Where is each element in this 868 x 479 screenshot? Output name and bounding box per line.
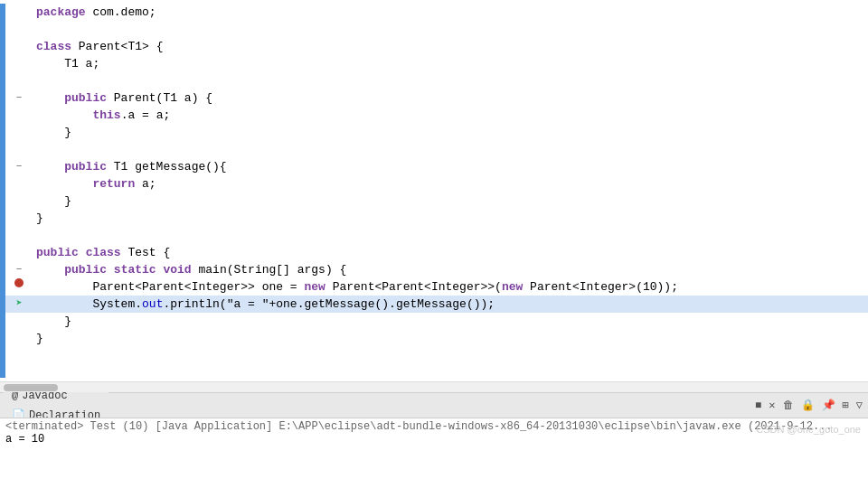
fold-icon[interactable]: −: [16, 89, 23, 107]
code-line: − public static void main(String[] args)…: [5, 261, 868, 278]
console-terminated-line: <terminated> Test (10) [Java Application…: [5, 420, 863, 433]
console-area: <terminated> Test (10) [Java Application…: [0, 418, 868, 479]
line-content: }: [33, 124, 868, 141]
line-content: }: [33, 193, 868, 210]
line-content: T1 a;: [33, 55, 868, 72]
line-content: }: [33, 210, 868, 227]
view-menu-icon[interactable]: ▽: [854, 397, 864, 414]
code-area[interactable]: package com.demo; class Parent<T1> { T1 …: [0, 0, 868, 381]
code-line: − public T1 getMessage(){: [5, 158, 868, 175]
console-output-line: a = 10: [5, 433, 863, 446]
code-editor: package com.demo; class Parent<T1> { T1 …: [0, 0, 868, 392]
code-line: }: [5, 193, 868, 210]
line-content: this.a = a;: [33, 107, 868, 124]
stop-icon[interactable]: ■: [753, 398, 763, 414]
new-console-icon[interactable]: ⊞: [841, 397, 851, 414]
fold-icon[interactable]: −: [16, 158, 23, 175]
line-gutter: −: [5, 89, 33, 107]
terminate-icon[interactable]: ✕: [767, 397, 777, 414]
line-content: public static void main(String[] args) {: [33, 261, 868, 278]
code-line: this.a = a;: [5, 107, 868, 124]
tab-right-icons: ■ ✕ 🗑 🔒 📌 ⊞ ▽: [753, 397, 864, 414]
code-line: }: [5, 313, 868, 330]
line-content: }: [33, 330, 868, 347]
execution-arrow-icon: ➤: [15, 296, 22, 313]
code-line: [5, 72, 868, 89]
line-content: package com.demo;: [33, 4, 868, 21]
code-line: Parent<Parent<Integer>> one = new Parent…: [5, 278, 868, 296]
code-line: }: [5, 124, 868, 141]
code-rows: package com.demo; class Parent<T1> { T1 …: [5, 4, 868, 378]
line-content: System.out.println("a = "+one.getMessage…: [33, 296, 868, 313]
watermark: CSDN @one_goto_one: [756, 424, 861, 435]
line-gutter: −: [5, 261, 33, 278]
line-content: return a;: [33, 175, 868, 193]
scroll-lock-icon[interactable]: 🔒: [799, 397, 816, 414]
code-line: package com.demo;: [5, 4, 868, 21]
horizontal-scrollbar[interactable]: [0, 381, 868, 392]
line-gutter: [5, 278, 33, 287]
code-line: class Parent<T1> {: [5, 38, 868, 55]
line-content: [33, 21, 868, 38]
line-gutter: −: [5, 158, 33, 175]
line-content: Parent<Parent<Integer>> one = new Parent…: [33, 278, 868, 296]
line-content: [33, 227, 868, 244]
bottom-tabs-bar: ⚠Problems@Javadoc📄Declaration🖥Console ■ …: [0, 392, 868, 418]
line-content: public Parent(T1 a) {: [33, 89, 868, 107]
code-line: public class Test {: [5, 244, 868, 261]
line-content: public T1 getMessage(){: [33, 158, 868, 175]
line-gutter: ➤: [5, 296, 33, 313]
code-line: [5, 227, 868, 244]
pin-icon[interactable]: 📌: [820, 397, 837, 414]
code-line: ➤ System.out.println("a = "+one.getMessa…: [5, 296, 868, 313]
breakpoint-icon[interactable]: [14, 278, 24, 287]
code-line: return a;: [5, 175, 868, 193]
fold-icon[interactable]: −: [16, 261, 23, 278]
code-line: }: [5, 210, 868, 227]
line-content: [33, 141, 868, 158]
code-line: [5, 141, 868, 158]
line-content: class Parent<T1> {: [33, 38, 868, 55]
line-content: public class Test {: [33, 244, 868, 261]
h-scroll-thumb[interactable]: [4, 384, 58, 391]
clear-icon[interactable]: 🗑: [781, 397, 796, 414]
line-content: }: [33, 313, 868, 330]
code-line: − public Parent(T1 a) {: [5, 89, 868, 107]
code-line: }: [5, 330, 868, 347]
code-line: T1 a;: [5, 55, 868, 72]
line-content: [33, 72, 868, 89]
code-line: [5, 21, 868, 38]
